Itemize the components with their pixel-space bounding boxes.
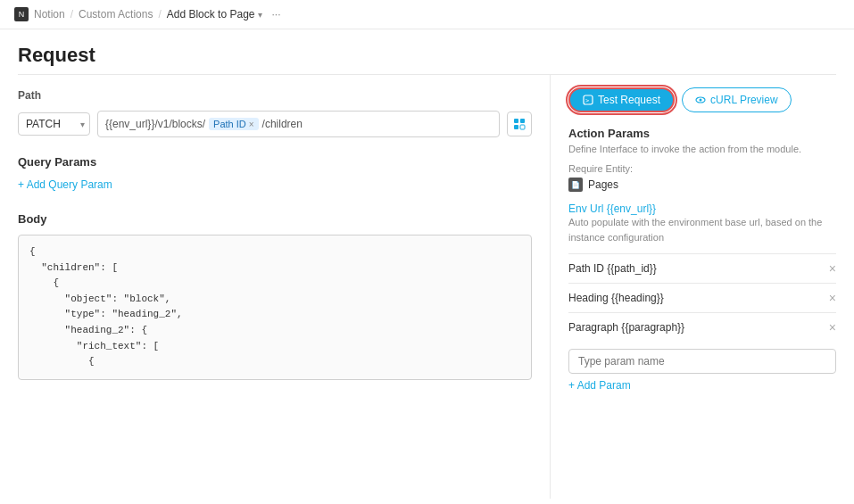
svg-point-7	[700, 99, 702, 102]
action-params-desc: Define Interface to invoke the action fr…	[568, 144, 836, 154]
path-prefix: {{env_url}}/v1/blocks/	[105, 118, 205, 130]
code-line-7: "rich_text": [	[29, 339, 520, 355]
entity-row: 📄 Pages	[568, 178, 836, 192]
param-path-id-label: Path ID {{path_id}}	[568, 262, 657, 275]
eye-icon	[695, 95, 706, 105]
breadcrumb-current: Add Block to Page ▾	[167, 8, 263, 21]
svg-text:>_: >_	[585, 97, 593, 104]
param-heading-label: Heading {{heading}}	[568, 292, 664, 304]
path-tag: Path ID ×	[209, 118, 259, 130]
curl-preview-label: cURL Preview	[710, 94, 778, 106]
path-icon-button[interactable]	[507, 112, 532, 136]
page-title: Request	[0, 29, 854, 74]
add-query-param-link[interactable]: + Add Query Param	[18, 178, 112, 191]
curl-preview-button[interactable]: cURL Preview	[682, 87, 792, 112]
code-line-2: "children": [	[29, 260, 520, 277]
param-heading-close[interactable]: ×	[829, 291, 836, 305]
param-row-heading: Heading {{heading}} ×	[568, 283, 836, 312]
path-input-box[interactable]: {{env_url}}/v1/blocks/ Path ID × /childr…	[97, 111, 500, 137]
path-tag-label: Path ID	[213, 119, 246, 129]
path-tag-close[interactable]: ×	[249, 120, 254, 129]
param-path-id-close[interactable]: ×	[829, 261, 836, 276]
param-paragraph-label: Paragraph {{paragraph}}	[568, 321, 684, 334]
svg-rect-2	[514, 125, 518, 129]
code-line-1: {	[29, 244, 520, 260]
right-panel: >_ Test Request cURL Preview Action Para…	[551, 75, 854, 499]
action-params-title: Action Params	[568, 127, 836, 140]
breadcrumb-notion[interactable]: Notion	[34, 8, 65, 21]
chevron-down-icon[interactable]: ▾	[258, 10, 262, 20]
code-line-6: "heading_2": {	[29, 323, 520, 339]
terminal-icon: >_	[583, 95, 593, 105]
method-select[interactable]: PATCH GET POST PUT DELETE	[18, 112, 90, 136]
param-paragraph-close[interactable]: ×	[829, 320, 836, 335]
path-label: Path	[18, 89, 532, 102]
body-code-box[interactable]: { "children": [ { "object": "block", "ty…	[18, 235, 532, 380]
left-panel: Path PATCH GET POST PUT DELETE {{env_url…	[0, 75, 551, 499]
svg-rect-1	[520, 119, 525, 123]
code-line-5: "type": "heading_2",	[29, 307, 520, 323]
app-icon: N	[14, 7, 29, 21]
path-row: PATCH GET POST PUT DELETE {{env_url}}/v1…	[18, 111, 532, 137]
test-request-label: Test Request	[598, 94, 660, 106]
method-wrapper: PATCH GET POST PUT DELETE	[18, 112, 90, 136]
env-url-desc: Auto populate with the environment base …	[568, 215, 836, 244]
body-title: Body	[18, 212, 532, 226]
param-row-paragraph: Paragraph {{paragraph}} ×	[568, 312, 836, 342]
svg-rect-3	[520, 125, 525, 129]
path-suffix: /children	[262, 118, 303, 130]
breadcrumb-custom-actions[interactable]: Custom Actions	[79, 8, 153, 21]
add-param-input[interactable]	[568, 349, 836, 374]
test-request-button[interactable]: >_ Test Request	[568, 87, 675, 112]
svg-rect-0	[514, 119, 518, 123]
add-param-link[interactable]: + Add Param	[568, 379, 631, 392]
main-layout: Path PATCH GET POST PUT DELETE {{env_url…	[0, 75, 854, 499]
code-line-4: "object": "block",	[29, 292, 520, 308]
breadcrumb: N Notion / Custom Actions / Add Block to…	[0, 0, 854, 29]
more-options-icon[interactable]: ···	[271, 8, 280, 21]
breadcrumb-sep-2: /	[158, 8, 161, 21]
env-url-link[interactable]: Env Url {{env_url}}	[568, 202, 836, 215]
code-line-3: {	[29, 276, 520, 292]
require-entity-label: Require Entity:	[568, 163, 836, 174]
code-line-8: {	[29, 354, 520, 370]
query-params-title: Query Params	[18, 155, 532, 169]
breadcrumb-sep-1: /	[70, 8, 73, 21]
param-row-path-id: Path ID {{path_id}} ×	[568, 253, 836, 283]
pages-icon: 📄	[568, 178, 583, 192]
switch-icon	[513, 118, 526, 130]
body-section: Body { "children": [ { "object": "block"…	[18, 212, 532, 380]
right-top-buttons: >_ Test Request cURL Preview	[568, 87, 836, 112]
entity-name: Pages	[588, 178, 618, 191]
